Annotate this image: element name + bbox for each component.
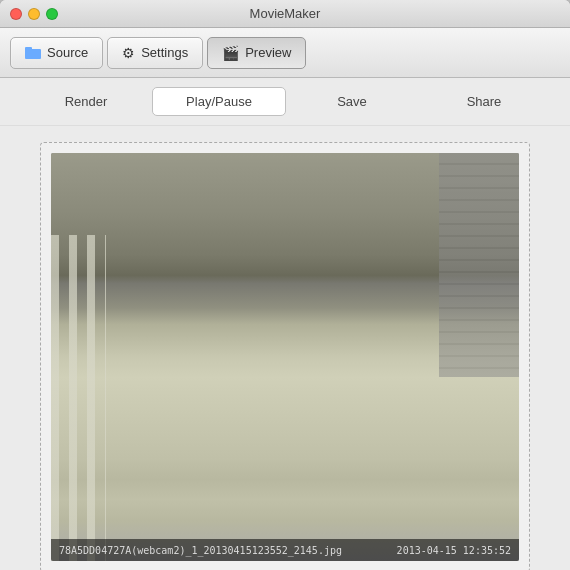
app-window: MovieMaker Source ⚙ Settings 🎬 Preview R… xyxy=(0,0,570,570)
play-pause-button[interactable]: Play/Pause xyxy=(152,87,286,116)
film-icon: 🎬 xyxy=(222,45,239,61)
render-button[interactable]: Render xyxy=(20,88,152,115)
folder-icon xyxy=(25,47,41,59)
content-area: 78A5DD04727A(webcam2)_1_20130415123552_2… xyxy=(0,126,570,570)
source-label: Source xyxy=(47,45,88,60)
window-title: MovieMaker xyxy=(250,6,321,21)
preview-container: 78A5DD04727A(webcam2)_1_20130415123552_2… xyxy=(40,142,530,570)
save-button[interactable]: Save xyxy=(286,88,418,115)
share-button[interactable]: Share xyxy=(418,88,550,115)
video-overlay: 78A5DD04727A(webcam2)_1_20130415123552_2… xyxy=(51,539,519,561)
video-frame[interactable]: 78A5DD04727A(webcam2)_1_20130415123552_2… xyxy=(51,153,519,561)
titlebar: MovieMaker xyxy=(0,0,570,28)
video-timestamp: 2013-04-15 12:35:52 xyxy=(397,545,511,556)
main-toolbar: Source ⚙ Settings 🎬 Preview xyxy=(0,28,570,78)
settings-label: Settings xyxy=(141,45,188,60)
actionbar: Render Play/Pause Save Share xyxy=(0,78,570,126)
preview-label: Preview xyxy=(245,45,291,60)
window-controls xyxy=(10,8,58,20)
camera-image xyxy=(51,153,519,561)
maximize-button[interactable] xyxy=(46,8,58,20)
minimize-button[interactable] xyxy=(28,8,40,20)
preview-tab[interactable]: 🎬 Preview xyxy=(207,37,306,69)
settings-tab[interactable]: ⚙ Settings xyxy=(107,37,203,69)
source-tab[interactable]: Source xyxy=(10,37,103,69)
close-button[interactable] xyxy=(10,8,22,20)
video-filename: 78A5DD04727A(webcam2)_1_20130415123552_2… xyxy=(59,545,342,556)
gear-icon: ⚙ xyxy=(122,45,135,61)
